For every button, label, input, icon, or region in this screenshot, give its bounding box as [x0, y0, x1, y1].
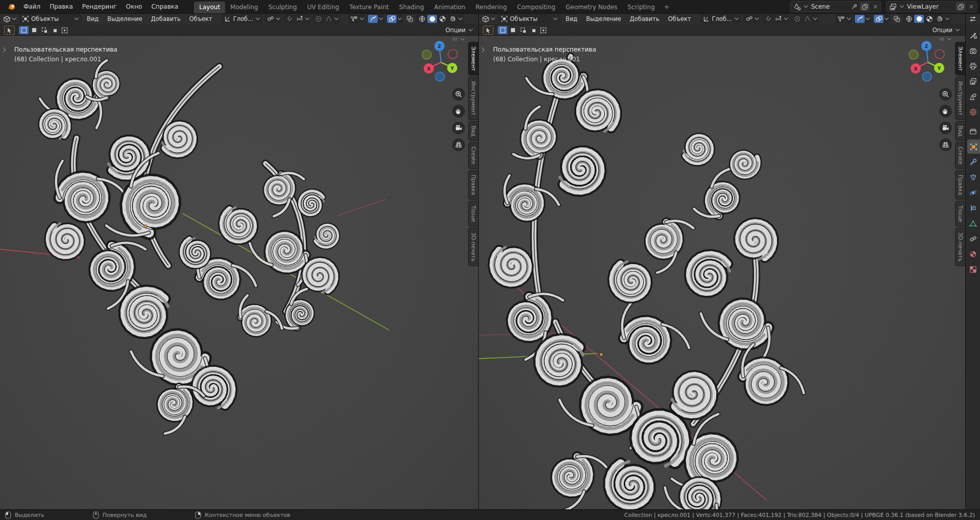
show-overlays-toggle[interactable] — [387, 15, 397, 23]
remove-view-layer-button[interactable]: × — [968, 3, 975, 10]
pivot-point-selector[interactable] — [743, 14, 761, 23]
new-scene-button[interactable] — [860, 3, 869, 11]
workspace-tab-modeling[interactable]: Modeling — [225, 2, 263, 13]
workspace-tab-uv-editing[interactable]: UV Editing — [302, 2, 345, 13]
proportional-editing-toggle[interactable] — [792, 15, 802, 23]
menu-view[interactable]: Вид — [562, 14, 581, 23]
snap-target-button[interactable] — [295, 15, 304, 23]
viewport-right-canvas[interactable]: Пользовательская перспектива (68) Collec… — [479, 36, 965, 510]
properties-tab-collection[interactable] — [966, 124, 980, 138]
menu-object[interactable]: Объект — [665, 14, 695, 23]
mode-selector[interactable]: Объекты — [498, 14, 560, 23]
editor-type-button[interactable] — [481, 15, 497, 23]
select-mode-subtract[interactable] — [39, 26, 49, 34]
properties-tab-material[interactable] — [966, 247, 980, 261]
sidebar-tab-item[interactable]: Элемент — [468, 42, 478, 76]
pan-button[interactable] — [939, 105, 952, 117]
editor-type-button[interactable] — [2, 15, 18, 23]
properties-tab-constraints[interactable] — [966, 201, 980, 215]
menu-add[interactable]: Добавить — [148, 14, 184, 23]
menu-select[interactable]: Выделение — [582, 14, 625, 23]
sidebar-tab-tissue[interactable]: Tissue — [468, 201, 478, 227]
select-mode-intersect[interactable] — [60, 26, 69, 34]
shading-solid-button[interactable] — [427, 15, 437, 23]
snap-target-button[interactable] — [773, 15, 783, 23]
sidebar-tab-create[interactable]: Create — [955, 142, 965, 169]
options-dropdown[interactable]: Опции — [446, 27, 474, 34]
perspective-toggle-button[interactable] — [939, 138, 952, 151]
properties-tab-tool[interactable] — [966, 28, 980, 42]
workspace-tab-texture-paint[interactable]: Texture Paint — [344, 2, 394, 13]
properties-tab-view-layer[interactable] — [966, 74, 980, 88]
shading-solid-button[interactable] — [914, 15, 924, 23]
pin-icon[interactable] — [851, 4, 857, 10]
add-workspace-button[interactable]: + — [660, 2, 674, 13]
xray-toggle[interactable] — [405, 15, 414, 23]
active-tool-tweak-button[interactable] — [4, 26, 15, 35]
show-gizmo-toggle[interactable] — [368, 15, 378, 23]
workspace-tab-shading[interactable]: Shading — [394, 2, 429, 13]
select-mode-set[interactable] — [19, 26, 29, 34]
sidebar-tab-view[interactable]: Вид — [468, 121, 478, 141]
workspace-tab-scripting[interactable]: Scripting — [622, 2, 659, 13]
scene-selector[interactable]: Scene × — [790, 1, 881, 12]
pan-button[interactable] — [452, 105, 465, 117]
properties-tab-object[interactable] — [967, 139, 980, 154]
select-mode-subtract[interactable] — [518, 26, 528, 34]
shading-wireframe-button[interactable] — [417, 15, 427, 23]
properties-tab-output[interactable] — [966, 59, 980, 73]
menu-edit[interactable]: Правка — [45, 1, 78, 12]
shading-material-button[interactable] — [924, 15, 934, 23]
select-mode-extend[interactable] — [508, 26, 518, 34]
shading-rendered-button[interactable] — [448, 15, 457, 23]
properties-tab-render[interactable] — [966, 43, 980, 58]
visibility-selector[interactable] — [835, 14, 852, 23]
navigation-gizmo[interactable]: ZXY — [419, 39, 463, 83]
blender-logo-icon[interactable] — [4, 0, 19, 13]
workspace-tab-compositing[interactable]: Compositing — [512, 2, 560, 13]
sidebar-tab-tissue[interactable]: Tissue — [955, 201, 965, 227]
sidebar-tab-view[interactable]: Вид — [955, 121, 965, 141]
properties-editor-type-button[interactable] — [966, 13, 980, 25]
menu-add[interactable]: Добавить — [626, 14, 663, 23]
viewport-left-canvas[interactable]: Пользовательская перспектива (68) Collec… — [0, 36, 478, 510]
workspace-tab-rendering[interactable]: Rendering — [471, 2, 512, 13]
sidebar-tab-edit[interactable]: Правка — [955, 170, 965, 200]
pivot-point-selector[interactable] — [264, 14, 282, 23]
sidebar-tab-3dprint[interactable]: 3D-печать — [955, 228, 965, 266]
new-view-layer-button[interactable] — [956, 3, 965, 11]
options-dropdown[interactable]: Опции — [933, 27, 961, 34]
menu-render[interactable]: Рендеринг — [78, 1, 121, 12]
select-mode-invert[interactable] — [528, 26, 538, 34]
transform-orientation-selector[interactable]: Глоб... — [700, 14, 742, 23]
workspace-tab-geometry-nodes[interactable]: Geometry Nodes — [560, 2, 622, 13]
unlink-scene-button[interactable]: × — [872, 3, 879, 10]
workspace-tab-layout[interactable]: Layout — [194, 2, 225, 13]
show-gizmo-toggle[interactable] — [855, 15, 865, 23]
workspace-tab-sculpting[interactable]: Sculpting — [263, 2, 302, 13]
perspective-toggle-button[interactable] — [452, 138, 465, 151]
sidebar-tab-3dprint[interactable]: 3D-печать — [468, 228, 478, 266]
properties-tab-object-data[interactable] — [966, 216, 980, 230]
workspace-tab-animation[interactable]: Animation — [429, 2, 471, 13]
falloff-selector[interactable] — [324, 15, 333, 23]
menu-help[interactable]: Справка — [146, 1, 183, 12]
view-layer-selector[interactable]: ViewLayer × — [886, 1, 977, 12]
properties-tab-world[interactable] — [966, 105, 980, 119]
menu-view[interactable]: Вид — [83, 14, 102, 23]
transform-orientation-selector[interactable]: Глоб... — [222, 14, 263, 23]
properties-tab-relations[interactable] — [966, 231, 980, 246]
zoom-button[interactable] — [452, 88, 465, 101]
shading-wireframe-button[interactable] — [904, 15, 914, 23]
menu-object[interactable]: Объект — [186, 14, 216, 23]
shading-material-button[interactable] — [437, 15, 447, 23]
camera-view-button[interactable] — [452, 122, 465, 134]
select-mode-invert[interactable] — [50, 26, 59, 34]
sidebar-tab-item[interactable]: Элемент — [955, 42, 965, 76]
visibility-selector[interactable] — [348, 14, 365, 23]
navigation-gizmo[interactable]: ZXY — [906, 39, 950, 83]
sidebar-tab-edit[interactable]: Правка — [468, 170, 478, 200]
sidebar-tab-tool[interactable]: Инструмент — [955, 77, 965, 120]
falloff-selector[interactable] — [802, 15, 812, 23]
select-mode-set[interactable] — [498, 26, 507, 34]
